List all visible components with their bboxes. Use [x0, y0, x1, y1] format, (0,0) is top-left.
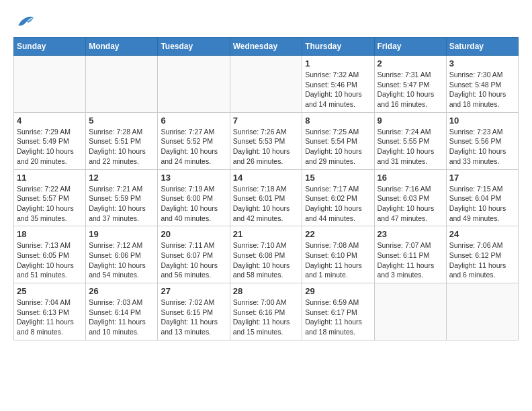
day-info: Sunrise: 7:30 AM Sunset: 5:48 PM Dayligh…	[449, 70, 515, 109]
calendar-cell: 24Sunrise: 7:06 AM Sunset: 6:12 PM Dayli…	[446, 226, 518, 283]
day-number: 20	[161, 229, 226, 239]
day-info: Sunrise: 7:25 AM Sunset: 5:54 PM Dayligh…	[305, 127, 371, 167]
calendar-cell: 18Sunrise: 7:13 AM Sunset: 6:05 PM Dayli…	[14, 226, 86, 283]
calendar-cell: 19Sunrise: 7:12 AM Sunset: 6:06 PM Dayli…	[86, 226, 158, 283]
day-number: 1	[305, 58, 371, 68]
calendar-cell: 17Sunrise: 7:15 AM Sunset: 6:04 PM Dayli…	[446, 169, 518, 226]
day-number: 9	[378, 116, 443, 126]
day-number: 11	[17, 173, 83, 183]
day-info: Sunrise: 7:13 AM Sunset: 6:05 PM Dayligh…	[17, 240, 83, 280]
day-number: 12	[89, 173, 154, 183]
day-number: 19	[89, 229, 154, 239]
day-info: Sunrise: 7:23 AM Sunset: 5:56 PM Dayligh…	[449, 127, 515, 167]
col-header-sunday: Sunday	[14, 38, 86, 56]
day-number: 3	[449, 58, 515, 68]
day-info: Sunrise: 7:11 AM Sunset: 6:07 PM Dayligh…	[161, 240, 226, 280]
day-info: Sunrise: 7:06 AM Sunset: 6:12 PM Dayligh…	[449, 240, 515, 280]
calendar-cell: 3Sunrise: 7:30 AM Sunset: 5:48 PM Daylig…	[446, 56, 518, 113]
day-number: 6	[161, 116, 226, 126]
calendar-cell: 15Sunrise: 7:17 AM Sunset: 6:02 PM Dayli…	[302, 169, 374, 226]
day-info: Sunrise: 7:18 AM Sunset: 6:01 PM Dayligh…	[233, 184, 300, 224]
calendar-cell: 20Sunrise: 7:11 AM Sunset: 6:07 PM Dayli…	[158, 226, 230, 283]
day-info: Sunrise: 7:04 AM Sunset: 6:13 PM Dayligh…	[17, 298, 83, 337]
calendar-cell: 6Sunrise: 7:27 AM Sunset: 5:52 PM Daylig…	[158, 112, 230, 169]
day-info: Sunrise: 7:32 AM Sunset: 5:46 PM Dayligh…	[305, 70, 371, 109]
calendar-cell: 28Sunrise: 7:00 AM Sunset: 6:16 PM Dayli…	[230, 283, 302, 340]
calendar-cell: 10Sunrise: 7:23 AM Sunset: 5:56 PM Dayli…	[446, 112, 518, 169]
calendar-cell	[86, 56, 158, 113]
day-number: 14	[233, 173, 300, 183]
calendar-cell: 12Sunrise: 7:21 AM Sunset: 5:59 PM Dayli…	[86, 169, 158, 226]
calendar-cell: 7Sunrise: 7:26 AM Sunset: 5:53 PM Daylig…	[230, 112, 302, 169]
calendar-cell: 27Sunrise: 7:02 AM Sunset: 6:15 PM Dayli…	[158, 283, 230, 340]
calendar-week-row: 18Sunrise: 7:13 AM Sunset: 6:05 PM Dayli…	[14, 226, 519, 283]
day-info: Sunrise: 7:07 AM Sunset: 6:11 PM Dayligh…	[378, 240, 443, 280]
day-number: 5	[89, 116, 154, 126]
day-info: Sunrise: 7:26 AM Sunset: 5:53 PM Dayligh…	[233, 127, 300, 167]
calendar-cell: 14Sunrise: 7:18 AM Sunset: 6:01 PM Dayli…	[230, 169, 302, 226]
day-info: Sunrise: 7:19 AM Sunset: 6:00 PM Dayligh…	[161, 184, 226, 224]
calendar-cell: 2Sunrise: 7:31 AM Sunset: 5:47 PM Daylig…	[374, 56, 446, 113]
calendar-cell: 26Sunrise: 7:03 AM Sunset: 6:14 PM Dayli…	[86, 283, 158, 340]
day-info: Sunrise: 7:03 AM Sunset: 6:14 PM Dayligh…	[89, 298, 154, 337]
calendar-cell: 4Sunrise: 7:29 AM Sunset: 5:49 PM Daylig…	[14, 112, 86, 169]
day-number: 4	[17, 116, 83, 126]
day-number: 13	[161, 173, 226, 183]
day-info: Sunrise: 7:22 AM Sunset: 5:57 PM Dayligh…	[17, 184, 83, 224]
day-number: 21	[233, 229, 300, 239]
day-number: 2	[378, 58, 443, 68]
calendar-cell: 5Sunrise: 7:28 AM Sunset: 5:51 PM Daylig…	[86, 112, 158, 169]
day-info: Sunrise: 7:31 AM Sunset: 5:47 PM Dayligh…	[378, 70, 443, 109]
day-info: Sunrise: 7:17 AM Sunset: 6:02 PM Dayligh…	[305, 184, 371, 224]
day-number: 8	[305, 116, 371, 126]
day-info: Sunrise: 7:10 AM Sunset: 6:08 PM Dayligh…	[233, 240, 300, 280]
day-info: Sunrise: 7:12 AM Sunset: 6:06 PM Dayligh…	[89, 240, 154, 280]
calendar-table: SundayMondayTuesdayWednesdayThursdayFrid…	[13, 37, 519, 340]
calendar-cell: 13Sunrise: 7:19 AM Sunset: 6:00 PM Dayli…	[158, 169, 230, 226]
calendar-cell: 8Sunrise: 7:25 AM Sunset: 5:54 PM Daylig…	[302, 112, 374, 169]
day-number: 24	[449, 229, 515, 239]
day-number: 7	[233, 116, 300, 126]
day-number: 17	[449, 173, 515, 183]
col-header-monday: Monday	[86, 38, 158, 56]
calendar-cell: 1Sunrise: 7:32 AM Sunset: 5:46 PM Daylig…	[302, 56, 374, 113]
calendar-cell: 29Sunrise: 6:59 AM Sunset: 6:17 PM Dayli…	[302, 283, 374, 340]
col-header-wednesday: Wednesday	[230, 38, 302, 56]
calendar-cell	[374, 283, 446, 340]
calendar-cell: 11Sunrise: 7:22 AM Sunset: 5:57 PM Dayli…	[14, 169, 86, 226]
col-header-saturday: Saturday	[446, 38, 518, 56]
calendar-cell: 25Sunrise: 7:04 AM Sunset: 6:13 PM Dayli…	[14, 283, 86, 340]
day-number: 28	[233, 286, 300, 296]
col-header-friday: Friday	[374, 38, 446, 56]
day-number: 15	[305, 173, 371, 183]
day-number: 27	[161, 286, 226, 296]
calendar-week-row: 11Sunrise: 7:22 AM Sunset: 5:57 PM Dayli…	[14, 169, 519, 226]
calendar-cell	[158, 56, 230, 113]
logo	[13, 13, 35, 30]
col-header-thursday: Thursday	[302, 38, 374, 56]
day-info: Sunrise: 6:59 AM Sunset: 6:17 PM Dayligh…	[305, 298, 371, 337]
calendar-week-row: 4Sunrise: 7:29 AM Sunset: 5:49 PM Daylig…	[14, 112, 519, 169]
calendar-week-row: 25Sunrise: 7:04 AM Sunset: 6:13 PM Dayli…	[14, 283, 519, 340]
calendar-cell: 23Sunrise: 7:07 AM Sunset: 6:11 PM Dayli…	[374, 226, 446, 283]
day-number: 16	[378, 173, 443, 183]
day-info: Sunrise: 7:15 AM Sunset: 6:04 PM Dayligh…	[449, 184, 515, 224]
day-info: Sunrise: 7:00 AM Sunset: 6:16 PM Dayligh…	[233, 298, 300, 337]
col-header-tuesday: Tuesday	[158, 38, 230, 56]
day-info: Sunrise: 7:29 AM Sunset: 5:49 PM Dayligh…	[17, 127, 83, 167]
day-info: Sunrise: 7:21 AM Sunset: 5:59 PM Dayligh…	[89, 184, 154, 224]
day-number: 29	[305, 286, 371, 296]
calendar-cell	[446, 283, 518, 340]
calendar-header-row: SundayMondayTuesdayWednesdayThursdayFrid…	[14, 38, 519, 56]
calendar-cell: 21Sunrise: 7:10 AM Sunset: 6:08 PM Dayli…	[230, 226, 302, 283]
day-info: Sunrise: 7:08 AM Sunset: 6:10 PM Dayligh…	[305, 240, 371, 280]
day-number: 22	[305, 229, 371, 239]
day-info: Sunrise: 7:24 AM Sunset: 5:55 PM Dayligh…	[378, 127, 443, 167]
calendar-cell: 16Sunrise: 7:16 AM Sunset: 6:03 PM Dayli…	[374, 169, 446, 226]
day-number: 25	[17, 286, 83, 296]
day-number: 23	[378, 229, 443, 239]
day-number: 26	[89, 286, 154, 296]
day-info: Sunrise: 7:27 AM Sunset: 5:52 PM Dayligh…	[161, 127, 226, 167]
calendar-cell: 22Sunrise: 7:08 AM Sunset: 6:10 PM Dayli…	[302, 226, 374, 283]
logo-bird-icon	[15, 13, 35, 30]
